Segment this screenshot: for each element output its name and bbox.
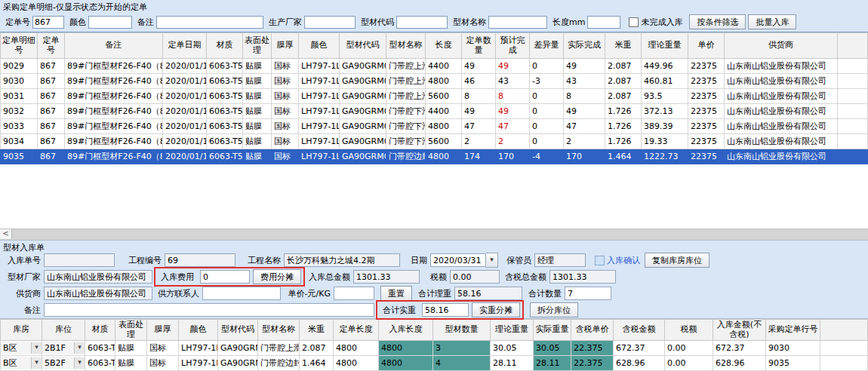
inbound-confirm-checkbox[interactable] <box>595 255 605 265</box>
cell[interactable]: 2B1F▾ <box>42 341 85 356</box>
column-header[interactable]: 型材代码 <box>218 320 258 341</box>
column-header[interactable]: 型材数量 <box>433 320 491 341</box>
unfinished-checkbox[interactable] <box>629 17 639 27</box>
column-header[interactable]: 备注 <box>65 33 163 59</box>
column-header[interactable]: 长度 <box>426 33 462 59</box>
date-picker[interactable]: ▾ <box>430 253 498 268</box>
total-amount-input[interactable] <box>353 270 420 284</box>
factory-input[interactable] <box>44 270 152 284</box>
inbound-row[interactable]: B区▾5B2F▾6063-T5贴膜国标LH797-1LL0GA90GRM05门带… <box>1 356 868 371</box>
scroll-left-icon[interactable]: < <box>0 229 12 239</box>
column-header[interactable]: 型材代码 <box>340 33 386 59</box>
column-header[interactable]: 单价 <box>688 33 725 59</box>
order-table-hscrollbar[interactable]: < <box>0 228 868 240</box>
order-row[interactable]: 902986789#门框型材F26-F40（866+867）2020/01/13… <box>1 59 868 74</box>
column-header[interactable]: 理论重量 <box>491 320 534 341</box>
batch-inbound-button[interactable]: 批量入库 <box>748 14 796 29</box>
cell: 22.375 <box>571 341 614 356</box>
cell: LH797-1LL0 <box>299 119 340 134</box>
column-header[interactable]: 实际重量 <box>534 320 571 341</box>
cell: 0 <box>530 89 564 104</box>
combo-arrow-icon[interactable]: ▾ <box>31 342 42 354</box>
supplier-contact-input[interactable] <box>202 287 281 300</box>
total-qty-input[interactable] <box>565 287 611 300</box>
column-header[interactable]: 材质 <box>207 33 243 59</box>
column-header[interactable]: 定单明细号 <box>1 33 38 59</box>
cell[interactable]: B区▾ <box>1 341 42 356</box>
manufacturer-filter-input[interactable] <box>304 16 356 29</box>
filter-by-condition-button[interactable]: 按条件筛选 <box>689 14 746 29</box>
split-location-button[interactable]: 拆分库位 <box>530 302 578 317</box>
order-row[interactable]: 903086789#门框型材F26-F40（866+867）2020/01/13… <box>1 74 868 89</box>
column-header[interactable]: 定单长度 <box>334 320 379 341</box>
total-actual-weight-input[interactable] <box>422 303 469 317</box>
inbound-remark-input[interactable] <box>44 303 374 317</box>
length-filter-input[interactable] <box>587 16 620 29</box>
column-header[interactable]: 预计完成 <box>496 33 530 59</box>
column-header[interactable]: 膜厚 <box>272 33 299 59</box>
column-header[interactable]: 定单数量 <box>462 33 496 59</box>
order-row[interactable]: 903486789#门框型材F26-F40（866+867）2020/01/13… <box>1 134 868 149</box>
fee-input[interactable] <box>200 270 250 284</box>
column-header[interactable]: 型材名称 <box>258 320 300 341</box>
column-header[interactable]: 米重 <box>300 320 334 341</box>
column-header[interactable]: 入库长度 <box>379 320 433 341</box>
profile-code-filter-input[interactable] <box>396 16 448 29</box>
hscroll-track[interactable] <box>12 229 868 240</box>
column-header[interactable]: 税额 <box>665 320 713 341</box>
factory-label: 型材厂家 <box>2 271 44 283</box>
keeper-input[interactable] <box>534 253 586 267</box>
column-header[interactable]: 入库金额(不含税) <box>713 320 766 341</box>
unit-price-input[interactable] <box>334 287 374 300</box>
order-row[interactable]: 903386789#门框型材F26-F40（866+867）2020/01/13… <box>1 119 868 134</box>
column-header[interactable]: 定单号 <box>38 33 65 59</box>
column-header[interactable]: 米重 <box>605 33 642 59</box>
column-header[interactable]: 库位 <box>42 320 85 341</box>
column-header[interactable]: 含税金额 <box>614 320 665 341</box>
remark-filter-input[interactable] <box>156 16 263 29</box>
column-header[interactable]: 理论重量 <box>642 33 688 59</box>
column-header[interactable]: 采购定单行号 <box>766 320 820 341</box>
order-row[interactable]: 903586789#门框型材F26-F40（866+867）2020/01/13… <box>1 149 868 164</box>
supplier-input[interactable] <box>44 287 152 300</box>
calendar-dropdown-icon[interactable]: ▾ <box>486 253 498 268</box>
date-label: 日期 <box>400 255 430 266</box>
combo-arrow-icon[interactable]: ▾ <box>74 342 85 354</box>
project-name-input[interactable] <box>284 253 400 267</box>
column-header[interactable]: 膜厚 <box>147 320 179 341</box>
column-header[interactable]: 库房 <box>1 320 42 341</box>
column-header[interactable]: 表面处理 <box>115 320 147 341</box>
total-with-tax-input[interactable] <box>549 270 616 284</box>
column-header[interactable]: 型材名称 <box>386 33 426 59</box>
cell[interactable]: 5B2F▾ <box>42 356 85 371</box>
copy-location-button[interactable]: 复制库房库位 <box>645 253 709 268</box>
cell: 6063-T5 <box>207 59 243 74</box>
column-header[interactable]: 颜色 <box>299 33 340 59</box>
order-no-input[interactable] <box>32 16 64 29</box>
profile-name-filter-input[interactable] <box>488 16 547 29</box>
column-header[interactable]: 材质 <box>85 320 115 341</box>
order-row[interactable]: 903286789#门框型材F26-F40（866+867）2020/01/13… <box>1 104 868 119</box>
inbound-row[interactable]: B区▾2B1F▾6063-T5贴膜国标LH797-1LL0GA90GRM03门带… <box>1 341 868 356</box>
column-header[interactable]: 定单日期 <box>163 33 207 59</box>
actual-weight-split-button[interactable]: 实重分摊 <box>472 302 520 317</box>
column-header[interactable]: 实际完成 <box>564 33 605 59</box>
color-filter-input[interactable] <box>88 16 132 29</box>
manufacturer-filter-label: 生产厂家 <box>269 17 302 28</box>
date-input[interactable] <box>430 253 486 267</box>
order-row[interactable]: 903186789#门框型材F26-F40（866+867）2020/01/13… <box>1 89 868 104</box>
column-header[interactable]: 表面处理 <box>243 33 272 59</box>
total-theory-weight-input[interactable] <box>454 287 522 300</box>
reset-button[interactable]: 重置 <box>380 286 412 301</box>
column-header[interactable]: 供货商 <box>725 33 838 59</box>
column-header[interactable]: 含税单价 <box>571 320 614 341</box>
column-header[interactable]: 差异量 <box>530 33 564 59</box>
cell[interactable]: B区▾ <box>1 356 42 371</box>
project-no-input[interactable] <box>165 253 235 267</box>
tax-input[interactable] <box>450 270 500 284</box>
combo-arrow-icon[interactable]: ▾ <box>74 357 85 369</box>
combo-arrow-icon[interactable]: ▾ <box>31 357 42 369</box>
fee-split-button[interactable]: 费用分摊 <box>253 269 301 284</box>
inbound-no-input[interactable] <box>44 253 115 267</box>
column-header[interactable]: 颜色 <box>179 320 218 341</box>
